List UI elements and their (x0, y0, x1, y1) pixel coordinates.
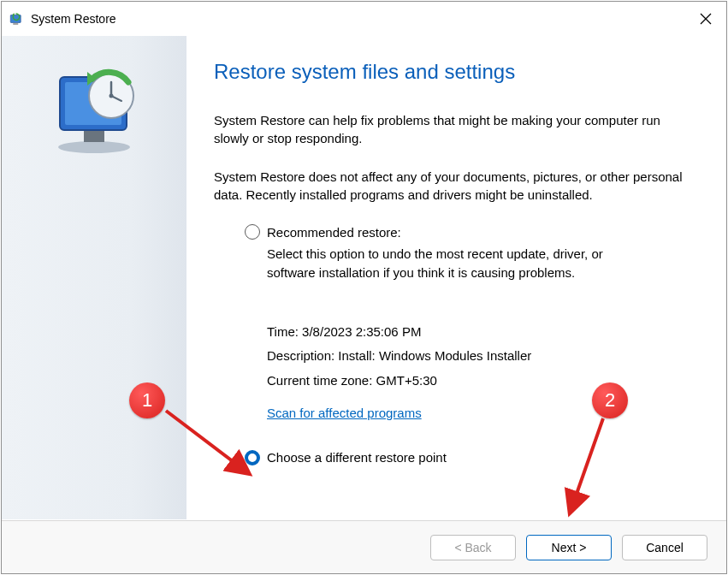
svg-rect-1 (13, 23, 18, 25)
different-label: Choose a different restore point (267, 450, 447, 465)
next-button[interactable]: Next > (526, 535, 612, 560)
intro-paragraph-2: System Restore does not affect any of yo… (214, 168, 688, 204)
content-area: Restore system files and settings System… (2, 36, 726, 519)
restore-description: Description: Install: Windows Modules In… (267, 344, 688, 369)
scan-affected-programs-link[interactable]: Scan for affected programs (267, 401, 422, 426)
close-button[interactable] (694, 9, 718, 29)
main-panel: Restore system files and settings System… (186, 36, 726, 519)
intro-paragraph-1: System Restore can help fix problems tha… (214, 111, 688, 147)
system-restore-icon (9, 11, 24, 27)
back-button[interactable]: < Back (430, 535, 516, 560)
system-restore-window: System Restore (1, 1, 727, 574)
restore-time: Time: 3/8/2023 2:35:06 PM (267, 320, 688, 345)
radio-recommended-restore[interactable]: Recommended restore: (245, 224, 688, 240)
restore-logo-icon (43, 62, 145, 156)
window-title: System Restore (31, 12, 116, 26)
page-heading: Restore system files and settings (214, 60, 688, 84)
radio-different-restore-point[interactable]: Choose a different restore point (245, 450, 688, 465)
annotation-badge-1: 1 (129, 382, 165, 418)
recommended-label: Recommended restore: (267, 225, 401, 240)
svg-point-5 (58, 141, 130, 153)
recommended-description: Select this option to undo the most rece… (267, 245, 635, 282)
cancel-button[interactable]: Cancel (622, 535, 707, 560)
footer-buttons: < Back Next > Cancel (2, 520, 726, 573)
radio-icon-unselected (245, 224, 260, 240)
titlebar: System Restore (2, 2, 726, 36)
close-icon (700, 13, 712, 25)
restore-timezone: Current time zone: GMT+5:30 (267, 369, 688, 394)
annotation-badge-2: 2 (592, 382, 628, 418)
sidebar (2, 36, 186, 519)
radio-icon-selected (245, 450, 260, 465)
